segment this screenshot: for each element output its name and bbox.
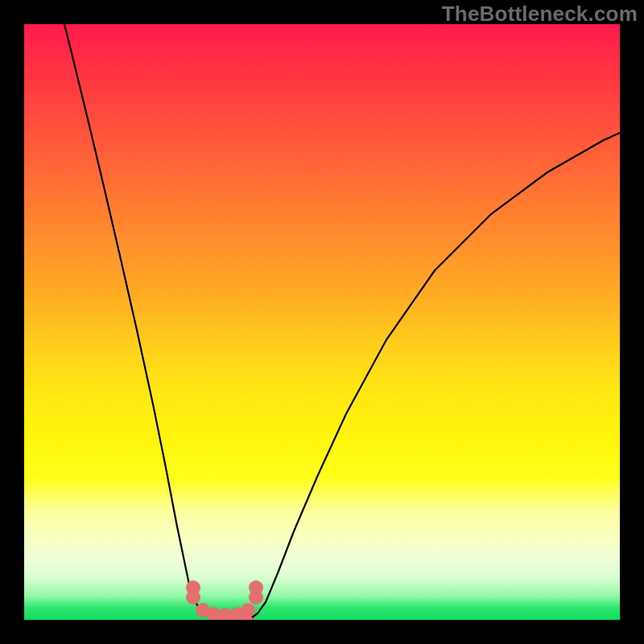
valley-dot <box>249 580 263 595</box>
valley-dot-markers <box>186 580 263 620</box>
chart-svg <box>24 24 620 620</box>
valley-dot <box>186 590 200 605</box>
curve-right-branch <box>252 133 620 617</box>
chart-plot-area <box>24 24 620 620</box>
watermark-text: TheBottleneck.com <box>442 3 638 24</box>
curve-left-branch <box>64 24 211 617</box>
valley-dot <box>241 603 255 617</box>
chart-stage: TheBottleneck.com <box>0 0 644 644</box>
